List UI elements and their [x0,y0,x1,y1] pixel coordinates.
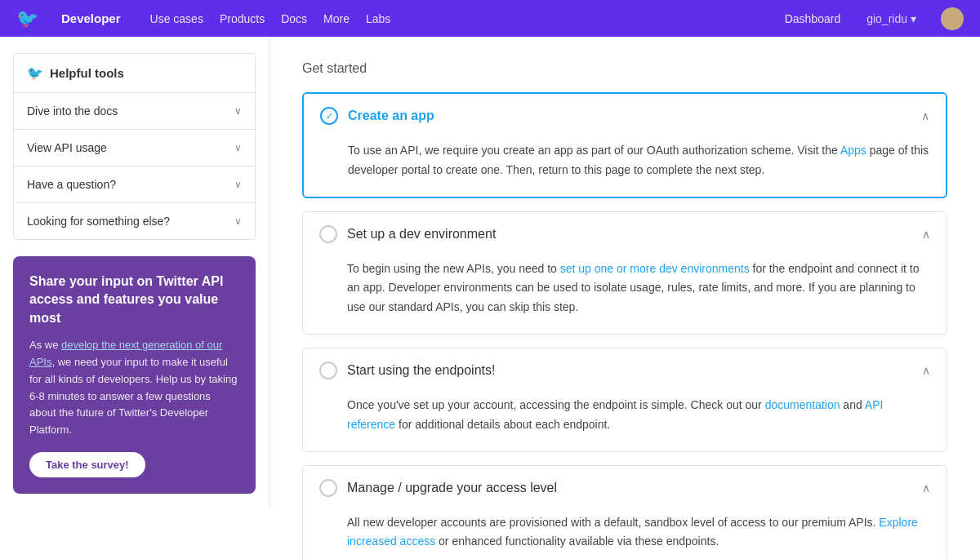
twitter-sidebar-icon: 🐦 [27,65,43,81]
nav-brand[interactable]: Developer [61,11,121,25]
step-card-manage-access: Manage / upgrade your access level ∧ All… [302,465,947,559]
nav-link-more[interactable]: More [323,12,350,25]
step-icon-create-app: ✓ [320,107,338,125]
step-body-dev-env: To begin using the new APIs, you need to… [303,256,947,334]
step-title-dev-env: Set up a dev environment [347,227,922,242]
nav-username[interactable]: gio_ridu ▾ [866,12,916,25]
nav-link-labs[interactable]: Labs [366,12,390,25]
nav-link-products[interactable]: Products [220,12,265,25]
navbar: 🐦 Developer Use cases Products Docs More… [0,0,980,37]
sidebar-item-view-api[interactable]: View API usage ∨ [14,129,255,166]
step-icon-endpoints [319,362,337,379]
chevron-down-icon: ∨ [234,105,242,117]
step-header-endpoints[interactable]: Start using the endpoints! ∧ [303,348,947,393]
step-body-endpoints: Once you've set up your account, accessi… [303,393,947,451]
step-header-manage-access[interactable]: Manage / upgrade your access level ∧ [303,466,947,510]
chevron-down-icon: ∨ [234,142,242,153]
step-title-create-app: Create an app [348,109,921,123]
nav-link-use-cases[interactable]: Use cases [150,12,203,25]
chevron-down-icon: ▾ [911,12,916,25]
sidebar-item-dive-docs[interactable]: Dive into the docs ∨ [14,92,255,129]
sidebar-header-title: Helpful tools [50,66,124,80]
nav-link-docs[interactable]: Docs [281,12,307,25]
sidebar-section: 🐦 Helpful tools Dive into the docs ∨ Vie… [13,53,256,240]
sidebar-header: 🐦 Helpful tools [14,54,255,92]
sidebar-item-something-else[interactable]: Looking for something else? ∨ [14,202,255,239]
documentation-link[interactable]: documentation [765,398,840,411]
dev-env-link[interactable]: set up one or more dev environments [560,262,750,275]
promo-card: Share your input on Twitter API access a… [13,256,256,494]
step-card-dev-env: Set up a dev environment ∧ To begin usin… [302,211,947,335]
take-survey-button[interactable]: Take the survey! [29,452,145,477]
step-card-endpoints: Start using the endpoints! ∧ Once you've… [302,348,947,452]
avatar[interactable] [941,7,964,30]
step-header-dev-env[interactable]: Set up a dev environment ∧ [303,212,947,256]
chevron-up-icon: ∧ [922,481,930,495]
chevron-up-icon: ∧ [922,228,930,241]
step-header-create-app[interactable]: ✓ Create an app ∧ [304,94,946,138]
page-title: Get started [302,61,947,76]
sidebar: 🐦 Helpful tools Dive into the docs ∨ Vie… [0,37,270,559]
chevron-up-icon: ∧ [922,364,930,377]
nav-dashboard[interactable]: Dashboard [785,12,841,25]
promo-title: Share your input on Twitter API access a… [29,273,239,327]
main-content: Get started ✓ Create an app ∧ To use an … [270,37,980,559]
apps-link[interactable]: Apps [840,144,866,157]
step-icon-manage-access [319,479,337,497]
twitter-logo: 🐦 [16,8,38,29]
promo-text: As we develop the next generation of our… [29,337,239,439]
step-card-create-app: ✓ Create an app ∧ To use an API, we requ… [302,92,947,198]
step-title-endpoints: Start using the endpoints! [347,363,922,378]
chevron-up-icon: ∧ [921,109,929,122]
step-title-manage-access: Manage / upgrade your access level [347,481,922,495]
sidebar-item-question[interactable]: Have a question? ∨ [14,166,255,202]
step-body-create-app: To use an API, we require you create an … [304,138,946,197]
step-body-manage-access: All new developer accounts are provision… [303,510,947,559]
chevron-down-icon: ∨ [234,179,242,190]
step-icon-dev-env [319,225,337,243]
chevron-down-icon: ∨ [234,215,242,227]
